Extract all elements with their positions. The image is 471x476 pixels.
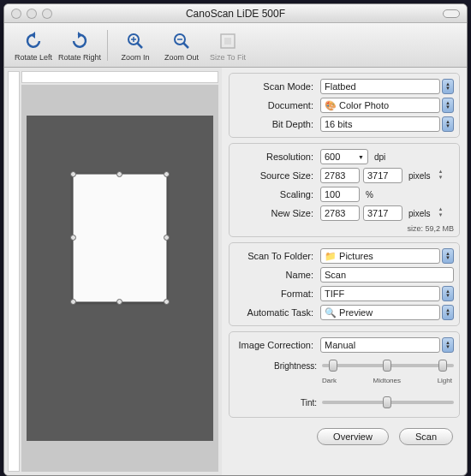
svg-line-1 <box>137 43 142 48</box>
mode-group: Scan Mode: Flatbed▲▼ Document: 🎨 Color P… <box>229 73 460 138</box>
handle-w[interactable] <box>70 235 76 241</box>
zoom-out-button[interactable]: Zoom Out <box>159 29 204 62</box>
image-correction-select[interactable]: Manual <box>320 337 440 353</box>
correction-group: Image Correction: Manual▲▼ Brightness: D… <box>229 331 460 418</box>
resolution-group: Resolution: 600▼ dpi Source Size: 2783 3… <box>229 143 460 237</box>
handle-s[interactable] <box>116 299 122 305</box>
automatic-task-select[interactable]: 🔍 Preview <box>320 305 440 320</box>
chevron-updown-icon[interactable]: ▲▼ <box>442 79 454 94</box>
preview-area[interactable] <box>21 85 218 472</box>
svg-rect-8 <box>224 38 231 45</box>
scan-mode-select[interactable]: Flatbed <box>320 79 440 94</box>
source-size-label: Source Size: <box>235 170 317 181</box>
name-label: Name: <box>235 270 317 280</box>
chevron-updown-icon[interactable]: ▲▼ <box>442 305 454 320</box>
window-title: CanoScan LiDE 500F <box>4 8 467 20</box>
tint-label: Tint: <box>235 398 317 408</box>
brightness-thumb-mid[interactable] <box>383 360 391 372</box>
handle-sw[interactable] <box>70 299 76 305</box>
brightness-thumb-light[interactable] <box>438 360 447 372</box>
chevron-updown-icon[interactable]: ▲▼ <box>442 248 454 264</box>
format-select[interactable]: TIFF <box>320 286 440 301</box>
image-correction-label: Image Correction: <box>235 340 317 350</box>
handle-ne[interactable] <box>164 171 170 177</box>
document-label: Document: <box>235 100 317 110</box>
chevron-updown-icon[interactable]: ▲▼ <box>442 337 454 353</box>
output-group: Scan To Folder: 📁 Pictures▲▼ Name: Scan … <box>229 242 460 326</box>
overview-button[interactable]: Overview <box>317 428 389 445</box>
new-size-label: New Size: <box>235 208 317 218</box>
preview-app-icon: 🔍 <box>325 307 337 318</box>
handle-e[interactable] <box>164 235 170 241</box>
scaling-field[interactable]: 100 <box>320 187 360 202</box>
bit-depth-select[interactable]: 16 bits <box>320 116 440 132</box>
source-width-field[interactable]: 2783 <box>320 168 360 183</box>
vertical-ruler <box>8 71 20 472</box>
svg-line-5 <box>183 43 188 48</box>
scan-bed <box>27 116 213 441</box>
brightness-slider[interactable] <box>322 364 454 367</box>
brightness-thumb-dark[interactable] <box>329 360 337 372</box>
zoom-out-icon <box>170 29 194 53</box>
folder-icon: 📁 <box>325 251 337 261</box>
handle-nw[interactable] <box>70 171 76 177</box>
source-height-field[interactable]: 3717 <box>363 168 402 183</box>
automatic-task-label: Automatic Task: <box>235 307 317 318</box>
settings-pane: Scan Mode: Flatbed▲▼ Document: 🎨 Color P… <box>222 68 467 475</box>
rotate-left-button[interactable]: Rotate Left <box>11 29 56 62</box>
toolbar: Rotate Left Rotate Right Zoom In Zoom Ou… <box>4 23 467 68</box>
scan-selection[interactable] <box>73 174 167 302</box>
new-height-field[interactable]: 3717 <box>363 205 402 221</box>
chevron-updown-icon[interactable]: ▲▼ <box>442 98 454 113</box>
horizontal-ruler <box>21 71 218 83</box>
rotate-right-button[interactable]: Rotate Right <box>57 29 102 62</box>
new-unit-stepper[interactable]: ▲▼ <box>437 206 445 220</box>
document-select[interactable]: 🎨 Color Photo <box>320 98 440 113</box>
scaling-label: Scaling: <box>235 189 317 199</box>
chevron-updown-icon[interactable]: ▲▼ <box>442 116 454 132</box>
scan-folder-label: Scan To Folder: <box>235 251 317 261</box>
scanner-window: CanoScan LiDE 500F Rotate Left Rotate Ri… <box>3 3 468 476</box>
handle-se[interactable] <box>164 299 170 305</box>
bit-depth-label: Bit Depth: <box>235 119 317 129</box>
scan-mode-label: Scan Mode: <box>235 81 317 92</box>
zoom-in-icon <box>123 29 147 53</box>
size-to-fit-button[interactable]: Size To Fit <box>206 29 250 62</box>
format-label: Format: <box>235 289 317 299</box>
file-size-label: size: 59,2 MB <box>235 223 454 233</box>
tint-slider[interactable] <box>322 401 454 404</box>
zoom-in-button[interactable]: Zoom In <box>113 29 158 62</box>
scan-folder-select[interactable]: 📁 Pictures <box>320 248 440 264</box>
name-field[interactable]: Scan <box>320 267 454 283</box>
resolution-label: Resolution: <box>235 152 317 162</box>
rotate-left-icon <box>21 29 45 53</box>
chevron-updown-icon[interactable]: ▲▼ <box>442 286 454 301</box>
resolution-combo[interactable]: 600▼ <box>320 149 368 164</box>
titlebar[interactable]: CanoScan LiDE 500F <box>4 4 467 23</box>
preview-pane <box>4 68 222 475</box>
source-unit-stepper[interactable]: ▲▼ <box>437 169 445 182</box>
size-to-fit-icon <box>216 29 240 53</box>
handle-n[interactable] <box>116 171 122 177</box>
new-width-field[interactable]: 2783 <box>320 205 360 221</box>
scan-button[interactable]: Scan <box>399 428 453 445</box>
rotate-right-icon <box>68 29 92 53</box>
brightness-label: Brightness: <box>235 361 317 371</box>
color-wheel-icon: 🎨 <box>325 100 337 110</box>
tint-thumb[interactable] <box>383 396 391 408</box>
